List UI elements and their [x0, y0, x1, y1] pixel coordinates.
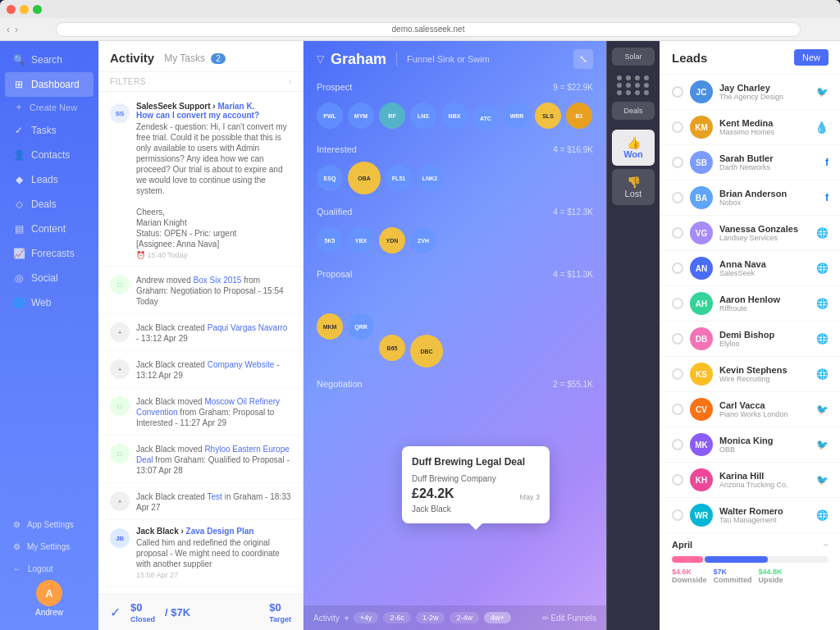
stage-bubbles: 5K5 YBX YDN ZVH — [313, 220, 596, 261]
sidebar-mysettings[interactable]: ⚙ My Settings — [0, 536, 98, 558]
activity-footer: ✓ $0 Closed / $7K $0Target — [98, 594, 303, 630]
list-item[interactable]: KH Karina Hill Arizona Trucking Co. 🐦 — [660, 463, 840, 498]
time-filter-4y[interactable]: +4y — [354, 612, 379, 623]
bubble[interactable]: ESQ — [317, 165, 343, 191]
bubble[interactable]: B1 — [566, 103, 592, 129]
deals-button[interactable]: Deals — [612, 102, 655, 120]
bubble[interactable]: MYM — [348, 103, 374, 129]
url-bar[interactable]: demo.salesseek.net — [56, 22, 801, 37]
avatar: KS — [690, 363, 713, 386]
activity-subject[interactable]: How can I convert my account? — [136, 111, 291, 120]
list-item[interactable]: WR Walter Romero Tau Management 🌐 — [660, 498, 840, 533]
time-filter-4w[interactable]: 4w+ — [484, 612, 511, 623]
solar-button[interactable]: Solar — [612, 48, 655, 66]
activity-item[interactable]: JB Jack Black › Zava Design Plan Called … — [98, 520, 303, 587]
sidebar-item-leads[interactable]: ◆ Leads — [0, 167, 98, 192]
solar-dots — [617, 75, 651, 95]
bubble[interactable]: B65 — [379, 335, 405, 361]
avatar: CV — [690, 398, 713, 421]
time-filter-1-2w[interactable]: 1-2w — [416, 612, 445, 623]
close-dot[interactable] — [7, 5, 16, 14]
activity-item[interactable]: + Jack Black created Paqui Vargas Navarr… — [98, 314, 303, 351]
time-filter-2-6c[interactable]: 2-6c — [383, 612, 411, 623]
sidebar-item-tasks[interactable]: ✓ Tasks — [0, 118, 98, 143]
funnel-expand-button[interactable]: ⤡ — [573, 49, 593, 69]
list-item[interactable]: BA Brian Anderson Nobox f — [660, 180, 840, 216]
list-item[interactable]: MK Monica King OBB 🐦 — [660, 427, 840, 463]
sidebar-item-search[interactable]: 🔍 Search — [0, 48, 98, 72]
activity-item[interactable]: □ Andrew moved Box Six 2015 from Graham:… — [98, 267, 303, 314]
bubble[interactable]: NBX — [441, 103, 468, 129]
activity-item[interactable]: SS SalesSeek Support › Marian K. How can… — [98, 95, 303, 267]
leads-chart-area: $4.6K Downside $7K Committed $44.8K Upsi… — [660, 553, 840, 591]
sidebar-label-forecasts: Forecasts — [31, 248, 75, 259]
activity-item[interactable]: JB Jack Black › Quire Catering Services … — [98, 587, 303, 594]
maximize-dot[interactable] — [33, 5, 42, 14]
bubble[interactable]: DBC — [410, 335, 443, 368]
bubble[interactable]: YBX — [348, 227, 374, 253]
list-item[interactable]: VG Vanessa Gonzales Landsey Services 🌐 — [660, 216, 840, 251]
new-lead-button[interactable]: New — [794, 49, 829, 66]
sidebar-item-web[interactable]: 🌐 Web — [0, 290, 98, 315]
list-item[interactable]: AH Aaron Henlow Riffroute 🌐 — [660, 286, 840, 322]
sidebar-item-dashboard[interactable]: ⊞ Dashboard — [5, 72, 94, 97]
activity-item[interactable]: + Jack Black created Company Website - 1… — [98, 351, 303, 388]
filters-chevron-icon[interactable]: › — [289, 77, 291, 86]
bubble[interactable]: LNS — [410, 103, 436, 129]
sidebar-item-content[interactable]: ▤ Content — [0, 217, 98, 241]
sidebar-appsettings[interactable]: ⚙ App Settings — [0, 514, 98, 536]
list-item[interactable]: DB Demi Bishop Elyloo 🌐 — [660, 322, 840, 357]
list-item[interactable]: SB Sarah Butler Darth Networks f — [660, 145, 840, 180]
bubble[interactable]: LNK2 — [417, 165, 443, 191]
funnel-footer: Activity ▾ +4y 2-6c 1-2w 2-4w 4w+ ✏ Edit… — [304, 605, 606, 630]
sidebar-item-create[interactable]: + Create New — [0, 97, 98, 118]
sidebar-item-contacts[interactable]: 👤 Contacts — [0, 143, 98, 167]
edit-funnels-button[interactable]: ✏ Edit Funnels — [542, 614, 596, 623]
sidebar-logout[interactable]: ← Logout — [0, 558, 98, 580]
list-item[interactable]: CV Carl Vacca Piano Works London 🐦 — [660, 392, 840, 427]
activity-item[interactable]: □ Jack Black moved Moscow Oil Refinery C… — [98, 388, 303, 436]
lead-name: Aaron Henlow — [719, 294, 810, 304]
back-btn[interactable]: ‹ — [7, 24, 10, 35]
list-item[interactable]: KM Kent Medina Massimo Homes 💧 — [660, 110, 840, 145]
contacts-icon: 👤 — [13, 149, 25, 161]
lead-info: Carl Vacca Piano Works London — [719, 400, 810, 418]
time-filter-2-4w[interactable]: 2-4w — [450, 612, 479, 623]
bubble[interactable]: WRR — [504, 103, 530, 129]
list-item[interactable]: JC Jay Charley The Agency Design 🐦 — [660, 75, 840, 110]
sidebar-item-social[interactable]: ◎ Social — [0, 266, 98, 290]
lost-button[interactable]: 👎 Lost — [612, 169, 655, 205]
sidebar-item-forecasts[interactable]: 📈 Forecasts — [0, 241, 98, 266]
bubble[interactable]: SLS — [535, 103, 561, 129]
avatar: KH — [690, 468, 713, 491]
minimize-dot[interactable] — [20, 5, 29, 14]
activity-item[interactable]: □ Jack Black moved Rhyloo Eastern Europe… — [98, 436, 303, 483]
forward-btn[interactable]: › — [15, 24, 18, 35]
lead-info: Vanessa Gonzales Landsey Services — [719, 224, 810, 242]
bubble[interactable]: MKM — [317, 313, 343, 340]
social-icon: 💧 — [815, 121, 829, 134]
activity-item[interactable]: + Jack Black created Test in Graham - 18… — [98, 483, 303, 520]
won-button[interactable]: 👍 Won — [612, 130, 655, 166]
funnel-panel: ▽ Graham Funnel Sink or Swim ⤡ Prospect … — [304, 41, 606, 630]
collapse-icon[interactable]: − — [824, 540, 829, 550]
sidebar-item-deals[interactable]: ◇ Deals — [0, 192, 98, 217]
bubble[interactable]: ZVH — [410, 227, 436, 253]
activity-tab-mytasks[interactable]: My Tasks 2 — [164, 52, 226, 64]
bubble[interactable]: YDN — [379, 227, 405, 253]
bubble[interactable]: OBA — [348, 162, 381, 194]
list-item[interactable]: AN Anna Nava SalesSeek 🌐 — [660, 251, 840, 286]
activity-link[interactable]: Marian K. — [217, 102, 254, 111]
sidebar-label-contacts: Contacts — [31, 149, 70, 161]
bubble[interactable]: FL51 — [386, 165, 412, 191]
lead-company: OBB — [719, 445, 810, 454]
bubble[interactable]: PWL — [317, 103, 343, 129]
bubble[interactable]: RF — [379, 103, 405, 129]
bubble[interactable]: ATC — [472, 105, 499, 131]
bubble[interactable]: 5K5 — [317, 227, 343, 253]
list-item[interactable]: KS Kevin Stephens Wire Recruiting 🌐 — [660, 357, 840, 392]
solar-dot — [617, 75, 622, 80]
bubble[interactable]: QRR — [348, 313, 374, 340]
activity-time: ⏰ 15:40 Today — [136, 251, 291, 259]
lead-name: Kent Medina — [719, 118, 808, 128]
